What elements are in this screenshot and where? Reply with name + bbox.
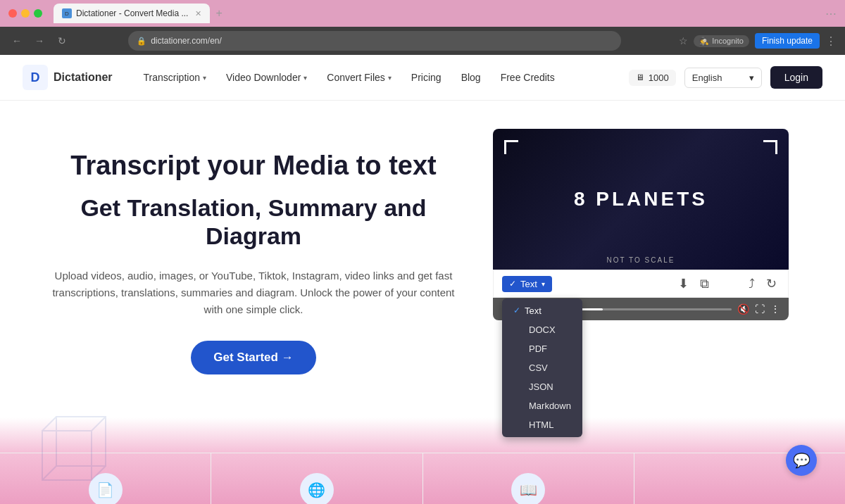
feature-translation: 🌐 xyxy=(211,453,423,504)
incognito-badge: 🕵 Incognito xyxy=(694,35,749,47)
progress-bar[interactable] xyxy=(563,308,732,310)
logo-icon: D xyxy=(23,65,48,90)
tab-bar: D Dictationer - Convert Media ... ✕ + xyxy=(54,4,820,23)
logo-text: Dictationer xyxy=(54,71,113,84)
browser-chrome: D Dictationer - Convert Media ... ✕ + ⋯ … xyxy=(0,0,845,55)
nav-free-credits[interactable]: Free Credits xyxy=(492,66,563,89)
language-label: English xyxy=(692,73,722,83)
format-option-json[interactable]: JSON xyxy=(502,377,582,396)
login-button[interactable]: Login xyxy=(770,66,822,89)
fullscreen-button[interactable]: ⛶ xyxy=(755,303,765,315)
nav-convert-files[interactable]: Convert Files ▾ xyxy=(318,66,399,89)
svg-line-4 xyxy=(42,417,56,431)
new-tab-button[interactable]: + xyxy=(213,7,225,20)
chevron-down-icon: ▾ xyxy=(303,74,307,82)
get-started-button[interactable]: Get Started → xyxy=(191,341,315,374)
translation-icon: 🌐 xyxy=(300,473,334,504)
credits-badge: 🖥 1000 xyxy=(629,70,676,86)
nav-transcription[interactable]: Transcription ▾ xyxy=(135,66,215,89)
hero-right: 8 PLANETS NOT TO SCALE ✓ Text ▾ xyxy=(493,129,803,320)
corner-decoration-tr xyxy=(763,140,777,154)
svg-line-6 xyxy=(42,466,56,480)
video-title: 8 PLANETS xyxy=(574,188,708,210)
site-header: D Dictationer Transcription ▾ Video Down… xyxy=(0,55,845,101)
video-subtitle: NOT TO SCALE xyxy=(607,256,675,264)
nav-video-downloder[interactable]: Video Downloder ▾ xyxy=(218,66,315,89)
svg-line-7 xyxy=(92,466,106,480)
format-option-markdown[interactable]: Markdown xyxy=(502,396,582,415)
incognito-label: Incognito xyxy=(712,37,744,45)
hero-content: Transcript your Media to text Get Transl… xyxy=(0,101,845,417)
features-bar: 📄 🌐 📖 xyxy=(0,453,845,504)
header-actions: 🖥 1000 English ▾ Login xyxy=(629,66,822,89)
check-icon: ✓ xyxy=(509,279,516,289)
nav-pricing[interactable]: Pricing xyxy=(403,66,450,89)
window-more-icon[interactable]: ⋯ xyxy=(825,7,837,20)
hero-description: Upload videos, audio, images, or YouTube… xyxy=(42,267,465,318)
browser-titlebar: D Dictationer - Convert Media ... ✕ + ⋯ xyxy=(0,0,845,27)
website: D Dictationer Transcription ▾ Video Down… xyxy=(0,55,845,504)
format-option-html[interactable]: HTML xyxy=(502,415,582,434)
video-container: 8 PLANETS NOT TO SCALE ✓ Text ▾ xyxy=(493,129,803,320)
refresh-button[interactable]: ↻ xyxy=(763,275,780,293)
traffic-lights xyxy=(8,9,42,18)
incognito-icon: 🕵 xyxy=(699,37,709,46)
bookmark-icon[interactable]: ☆ xyxy=(679,35,688,46)
browser-window-actions: ⋯ xyxy=(825,7,837,20)
video-background: 8 PLANETS NOT TO SCALE xyxy=(493,129,789,270)
volume-button[interactable]: 🔇 xyxy=(737,303,749,315)
format-selected-label: Text xyxy=(520,279,537,289)
maximize-button[interactable] xyxy=(34,9,42,18)
browser-more-icon[interactable]: ⋮ xyxy=(825,34,837,48)
url-text: dictationer.com/en/ xyxy=(151,36,222,46)
hero-title: Transcript your Media to text xyxy=(42,150,465,182)
more-controls-button[interactable]: ⋮ xyxy=(770,303,780,315)
corner-decoration-tl xyxy=(504,140,518,154)
selected-check-icon: ✓ xyxy=(513,305,520,315)
logo[interactable]: D Dictationer xyxy=(23,65,113,90)
nav-blog[interactable]: Blog xyxy=(453,66,489,89)
refresh-button[interactable]: ↻ xyxy=(54,32,70,49)
video-thumbnail: 8 PLANETS NOT TO SCALE xyxy=(493,129,789,270)
summary-icon: 📖 xyxy=(511,473,545,504)
url-bar[interactable]: 🔒 dictationer.com/en/ xyxy=(128,31,621,51)
format-option-docx[interactable]: DOCX xyxy=(502,320,582,339)
finish-update-button[interactable]: Finish update xyxy=(755,33,820,49)
chevron-down-icon: ▾ xyxy=(749,73,754,83)
download-button[interactable]: ⬇ xyxy=(675,275,691,293)
language-selector[interactable]: English ▾ xyxy=(684,68,762,88)
browser-toolbar: ← → ↻ 🔒 dictationer.com/en/ ☆ 🕵 Incognit… xyxy=(0,27,845,55)
forward-button[interactable]: → xyxy=(31,32,48,49)
chat-icon: 💬 xyxy=(793,452,810,469)
format-dropdown-wrapper: ✓ Text ▾ ✓ Text xyxy=(502,276,552,292)
monitor-icon: 🖥 xyxy=(636,73,644,82)
ssl-lock-icon: 🔒 xyxy=(137,37,146,46)
close-button[interactable] xyxy=(8,9,17,18)
feature-summary: 📖 xyxy=(423,453,634,504)
format-menu: ✓ Text DOCX PDF xyxy=(502,298,582,437)
video-toolbar: ✓ Text ▾ ✓ Text xyxy=(493,270,789,298)
format-option-text[interactable]: ✓ Text xyxy=(502,301,582,320)
main-nav: Transcription ▾ Video Downloder ▾ Conver… xyxy=(135,66,629,89)
back-button[interactable]: ← xyxy=(8,32,25,49)
tab-close-icon[interactable]: ✕ xyxy=(195,9,201,18)
chat-bubble[interactable]: 💬 xyxy=(786,445,817,476)
active-tab[interactable]: D Dictationer - Convert Media ... ✕ xyxy=(54,4,210,23)
hero-section: Transcript your Media to text Get Transl… xyxy=(0,101,845,504)
chevron-down-icon: ▾ xyxy=(203,74,206,82)
format-option-csv[interactable]: CSV xyxy=(502,358,582,377)
svg-text:D: D xyxy=(31,70,40,84)
minimize-button[interactable] xyxy=(21,9,30,18)
hero-subtitle: Get Translation, Summary and Diagram xyxy=(42,194,465,251)
tab-label: Dictationer - Convert Media ... xyxy=(76,8,188,18)
hero-left: Transcript your Media to text Get Transl… xyxy=(42,129,493,374)
format-option-pdf[interactable]: PDF xyxy=(502,339,582,358)
svg-line-5 xyxy=(92,417,106,431)
copy-button[interactable]: ⧉ xyxy=(697,275,712,293)
share-button[interactable]: ⤴ xyxy=(746,275,758,293)
format-dropdown-button[interactable]: ✓ Text ▾ xyxy=(502,276,552,292)
cube-decoration xyxy=(14,389,127,501)
chevron-down-icon: ▾ xyxy=(388,74,392,82)
gradient-divider xyxy=(0,417,845,453)
chevron-down-icon: ▾ xyxy=(542,280,545,288)
